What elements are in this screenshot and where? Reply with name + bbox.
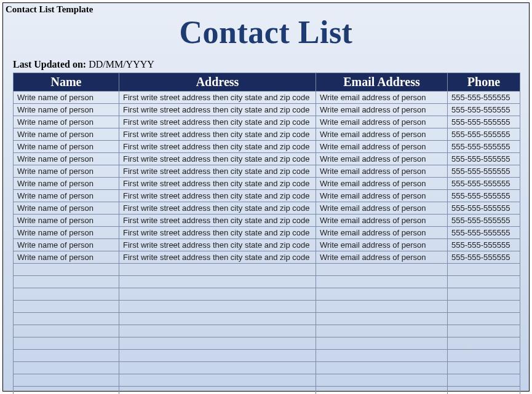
cell-empty[interactable]	[119, 325, 316, 337]
cell-address[interactable]: First write street address then city sta…	[119, 141, 316, 153]
cell-name[interactable]: Write name of person	[14, 190, 119, 202]
cell-empty[interactable]	[119, 276, 316, 288]
cell-empty[interactable]	[14, 276, 119, 288]
cell-address[interactable]: First write street address then city sta…	[119, 190, 316, 202]
cell-empty[interactable]	[119, 264, 316, 276]
cell-name[interactable]: Write name of person	[14, 227, 119, 239]
cell-empty[interactable]	[14, 288, 119, 301]
cell-address[interactable]: First write street address then city sta…	[119, 239, 316, 251]
cell-address[interactable]: First write street address then city sta…	[119, 251, 316, 264]
cell-empty[interactable]	[448, 337, 520, 350]
cell-empty[interactable]	[448, 288, 520, 301]
cell-empty[interactable]	[119, 387, 316, 395]
cell-empty[interactable]	[448, 374, 520, 387]
cell-phone[interactable]: 555-555-555555	[448, 141, 520, 153]
cell-empty[interactable]	[448, 264, 520, 276]
cell-empty[interactable]	[14, 374, 119, 387]
cell-name[interactable]: Write name of person	[14, 215, 119, 227]
cell-empty[interactable]	[119, 362, 316, 374]
cell-name[interactable]: Write name of person	[14, 165, 119, 178]
cell-email[interactable]: Write email address of person	[316, 141, 448, 153]
cell-empty[interactable]	[448, 350, 520, 362]
cell-empty[interactable]	[119, 313, 316, 325]
cell-empty[interactable]	[119, 288, 316, 301]
cell-empty[interactable]	[448, 301, 520, 313]
cell-empty[interactable]	[316, 276, 448, 288]
cell-empty[interactable]	[316, 313, 448, 325]
cell-empty[interactable]	[119, 374, 316, 387]
cell-empty[interactable]	[316, 387, 448, 395]
cell-address[interactable]: First write street address then city sta…	[119, 104, 316, 116]
cell-address[interactable]: First write street address then city sta…	[119, 128, 316, 141]
cell-empty[interactable]	[316, 350, 448, 362]
cell-empty[interactable]	[14, 350, 119, 362]
cell-empty[interactable]	[14, 325, 119, 337]
cell-empty[interactable]	[14, 387, 119, 395]
cell-address[interactable]: First write street address then city sta…	[119, 215, 316, 227]
cell-empty[interactable]	[14, 264, 119, 276]
cell-phone[interactable]: 555-555-555555	[448, 165, 520, 178]
cell-empty[interactable]	[119, 337, 316, 350]
cell-name[interactable]: Write name of person	[14, 239, 119, 251]
cell-empty[interactable]	[316, 264, 448, 276]
cell-email[interactable]: Write email address of person	[316, 178, 448, 190]
cell-empty[interactable]	[316, 337, 448, 350]
cell-empty[interactable]	[316, 325, 448, 337]
cell-name[interactable]: Write name of person	[14, 153, 119, 165]
cell-address[interactable]: First write street address then city sta…	[119, 116, 316, 128]
cell-phone[interactable]: 555-555-555555	[448, 104, 520, 116]
cell-email[interactable]: Write email address of person	[316, 128, 448, 141]
cell-email[interactable]: Write email address of person	[316, 92, 448, 104]
cell-empty[interactable]	[316, 301, 448, 313]
cell-address[interactable]: First write street address then city sta…	[119, 178, 316, 190]
cell-empty[interactable]	[316, 288, 448, 301]
cell-address[interactable]: First write street address then city sta…	[119, 165, 316, 178]
cell-address[interactable]: First write street address then city sta…	[119, 153, 316, 165]
cell-email[interactable]: Write email address of person	[316, 251, 448, 264]
cell-empty[interactable]	[448, 387, 520, 395]
cell-empty[interactable]	[316, 362, 448, 374]
cell-phone[interactable]: 555-555-555555	[448, 251, 520, 264]
cell-address[interactable]: First write street address then city sta…	[119, 92, 316, 104]
cell-empty[interactable]	[14, 313, 119, 325]
cell-phone[interactable]: 555-555-555555	[448, 215, 520, 227]
cell-phone[interactable]: 555-555-555555	[448, 116, 520, 128]
cell-empty[interactable]	[448, 325, 520, 337]
cell-name[interactable]: Write name of person	[14, 116, 119, 128]
cell-phone[interactable]: 555-555-555555	[448, 178, 520, 190]
cell-empty[interactable]	[14, 301, 119, 313]
cell-email[interactable]: Write email address of person	[316, 116, 448, 128]
cell-empty[interactable]	[14, 337, 119, 350]
cell-email[interactable]: Write email address of person	[316, 202, 448, 215]
cell-name[interactable]: Write name of person	[14, 251, 119, 264]
cell-address[interactable]: First write street address then city sta…	[119, 202, 316, 215]
cell-empty[interactable]	[448, 313, 520, 325]
cell-name[interactable]: Write name of person	[14, 104, 119, 116]
cell-email[interactable]: Write email address of person	[316, 215, 448, 227]
cell-empty[interactable]	[448, 362, 520, 374]
cell-phone[interactable]: 555-555-555555	[448, 128, 520, 141]
cell-email[interactable]: Write email address of person	[316, 227, 448, 239]
cell-name[interactable]: Write name of person	[14, 178, 119, 190]
cell-email[interactable]: Write email address of person	[316, 104, 448, 116]
cell-email[interactable]: Write email address of person	[316, 153, 448, 165]
cell-empty[interactable]	[119, 350, 316, 362]
cell-empty[interactable]	[14, 362, 119, 374]
cell-address[interactable]: First write street address then city sta…	[119, 227, 316, 239]
cell-phone[interactable]: 555-555-555555	[448, 153, 520, 165]
cell-email[interactable]: Write email address of person	[316, 190, 448, 202]
cell-empty[interactable]	[316, 374, 448, 387]
cell-phone[interactable]: 555-555-555555	[448, 202, 520, 215]
cell-name[interactable]: Write name of person	[14, 141, 119, 153]
cell-phone[interactable]: 555-555-555555	[448, 92, 520, 104]
cell-name[interactable]: Write name of person	[14, 92, 119, 104]
cell-empty[interactable]	[119, 301, 316, 313]
cell-name[interactable]: Write name of person	[14, 202, 119, 215]
cell-phone[interactable]: 555-555-555555	[448, 239, 520, 251]
cell-empty[interactable]	[448, 276, 520, 288]
cell-phone[interactable]: 555-555-555555	[448, 190, 520, 202]
cell-email[interactable]: Write email address of person	[316, 239, 448, 251]
cell-email[interactable]: Write email address of person	[316, 165, 448, 178]
cell-name[interactable]: Write name of person	[14, 128, 119, 141]
cell-phone[interactable]: 555-555-555555	[448, 227, 520, 239]
